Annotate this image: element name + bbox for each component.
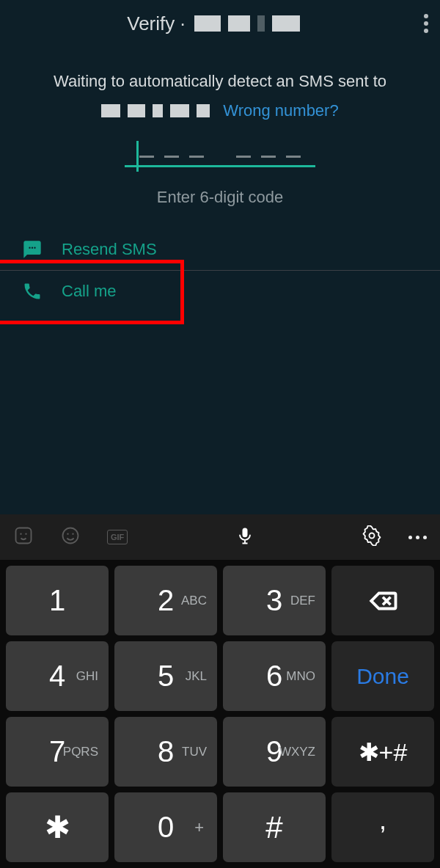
key-comma[interactable]: ,: [331, 792, 434, 862]
svg-point-5: [25, 533, 26, 535]
emoji-icon[interactable]: [60, 525, 81, 549]
backspace-icon: [367, 586, 398, 616]
keyboard-more-icon[interactable]: [408, 536, 427, 539]
main-content: Waiting to automatically detect an SMS s…: [0, 47, 440, 514]
svg-point-7: [67, 533, 68, 535]
tutorial-highlight: [0, 263, 180, 321]
key-done[interactable]: Done: [331, 641, 434, 711]
app-header: Verify ·: [0, 0, 440, 47]
key-backspace[interactable]: [331, 566, 434, 635]
waiting-text: Waiting to automatically detect an SMS s…: [54, 72, 386, 91]
key-0[interactable]: 0+: [114, 792, 217, 862]
keyboard: GIF 1 2ABC 3DEF 4GHI 5JKL 6MNO Done 7PQR…: [0, 514, 440, 868]
key-8[interactable]: 8TUV: [114, 717, 217, 787]
keyboard-toolbar: GIF: [0, 514, 440, 560]
svg-rect-3: [16, 528, 32, 544]
svg-point-10: [370, 533, 375, 539]
wrong-number-link[interactable]: Wrong number?: [223, 101, 338, 120]
key-2[interactable]: 2ABC: [114, 566, 217, 635]
key-star[interactable]: ✱: [6, 792, 109, 862]
key-6[interactable]: 6MNO: [223, 641, 326, 711]
overflow-menu-icon[interactable]: [419, 14, 433, 33]
svg-point-4: [20, 533, 21, 535]
sms-icon: [22, 239, 43, 260]
settings-icon[interactable]: [362, 525, 382, 549]
svg-rect-9: [242, 528, 247, 538]
page-title: Verify ·: [127, 12, 185, 35]
code-input[interactable]: [125, 142, 315, 167]
key-7[interactable]: 7PQRS: [6, 717, 109, 787]
svg-point-2: [34, 247, 35, 249]
redacted-phone-header: [194, 15, 300, 32]
code-helper-text: Enter 6-digit code: [157, 188, 283, 207]
key-5[interactable]: 5JKL: [114, 641, 217, 711]
sticker-icon[interactable]: [13, 525, 34, 549]
key-1[interactable]: 1: [6, 566, 109, 635]
key-4[interactable]: 4GHI: [6, 641, 109, 711]
svg-point-0: [29, 247, 30, 249]
svg-point-8: [72, 533, 73, 535]
svg-point-6: [63, 528, 78, 544]
resend-sms-label: Resend SMS: [62, 240, 157, 259]
svg-point-1: [32, 247, 33, 249]
key-symbols[interactable]: ✱+#: [331, 717, 434, 787]
key-3[interactable]: 3DEF: [223, 566, 326, 635]
gif-icon[interactable]: GIF: [107, 530, 128, 544]
mic-icon[interactable]: [235, 525, 255, 549]
text-cursor: [136, 141, 139, 172]
key-hash[interactable]: #: [223, 792, 326, 862]
key-9[interactable]: 9WXYZ: [223, 717, 326, 787]
redacted-phone-body: [101, 104, 210, 117]
